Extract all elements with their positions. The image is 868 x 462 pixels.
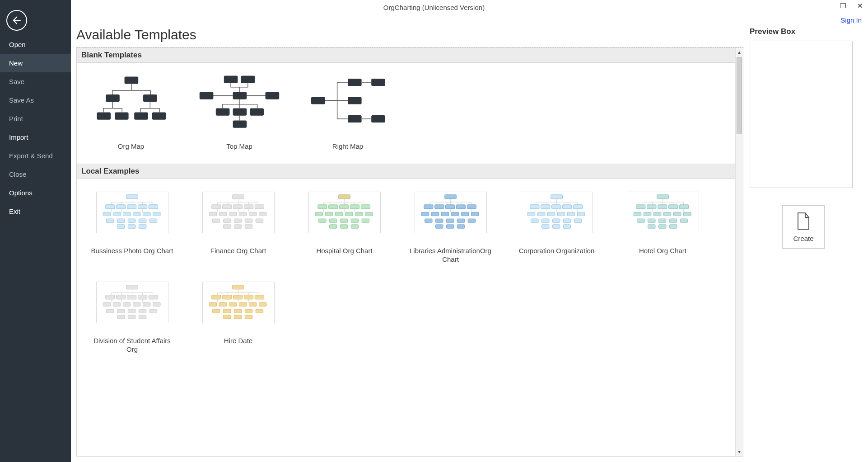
svg-rect-4 bbox=[115, 112, 129, 119]
svg-rect-36 bbox=[128, 219, 135, 222]
example-hotel-label: Hotel Org Chart bbox=[639, 247, 686, 255]
sidebar-item-print[interactable]: Print bbox=[0, 109, 71, 128]
svg-rect-6 bbox=[152, 112, 166, 119]
sidebar-item-save-as[interactable]: Save As bbox=[0, 91, 71, 109]
svg-rect-124 bbox=[647, 205, 656, 209]
example-corporation[interactable]: Corporation Organization bbox=[515, 192, 598, 264]
example-hotel[interactable]: Hotel Org Chart bbox=[621, 192, 705, 264]
svg-rect-65 bbox=[339, 205, 348, 209]
blank-templates-grid: Org Map bbox=[77, 63, 735, 164]
svg-rect-101 bbox=[457, 225, 465, 228]
svg-rect-175 bbox=[223, 309, 231, 313]
svg-rect-18 bbox=[348, 97, 362, 104]
create-label: Create bbox=[793, 235, 813, 242]
svg-rect-169 bbox=[219, 302, 227, 306]
page-title: Available Templates bbox=[76, 27, 743, 42]
examples-grid: Bussiness Photo Org Chart Finance Org Ch… bbox=[77, 179, 735, 367]
svg-rect-31 bbox=[133, 212, 140, 216]
right-map-thumb bbox=[307, 73, 388, 136]
svg-rect-171 bbox=[239, 302, 247, 306]
example-student-affairs-thumb bbox=[96, 282, 168, 323]
svg-rect-168 bbox=[209, 302, 217, 306]
blank-template-top-map[interactable]: Top Map bbox=[199, 73, 280, 151]
svg-rect-162 bbox=[233, 285, 244, 289]
svg-rect-26 bbox=[138, 205, 147, 209]
sidebar-item-open[interactable]: Open bbox=[0, 35, 71, 54]
svg-rect-181 bbox=[245, 315, 252, 319]
svg-rect-118 bbox=[574, 219, 582, 222]
svg-rect-19 bbox=[348, 115, 362, 122]
example-finance[interactable]: Finance Org Chart bbox=[196, 192, 280, 264]
svg-rect-155 bbox=[117, 309, 125, 313]
svg-rect-72 bbox=[355, 212, 363, 216]
example-hospital-thumb bbox=[308, 192, 381, 233]
blank-template-org-map[interactable]: Org Map bbox=[90, 73, 172, 151]
svg-rect-5 bbox=[134, 112, 148, 119]
svg-rect-153 bbox=[153, 302, 160, 306]
svg-rect-46 bbox=[244, 205, 253, 209]
sidebar-item-new[interactable]: New bbox=[0, 54, 71, 72]
org-map-thumb bbox=[90, 73, 172, 136]
svg-rect-122 bbox=[657, 195, 669, 199]
example-hire-date-thumb bbox=[202, 282, 275, 323]
svg-rect-106 bbox=[562, 205, 571, 209]
svg-rect-33 bbox=[153, 212, 160, 216]
svg-rect-85 bbox=[445, 205, 454, 209]
sidebar-item-import[interactable]: Import bbox=[0, 128, 71, 146]
top-map-label: Top Map bbox=[226, 142, 252, 151]
svg-rect-51 bbox=[239, 212, 247, 216]
svg-rect-138 bbox=[680, 219, 688, 222]
blank-template-right-map[interactable]: Right Map bbox=[307, 73, 388, 151]
svg-rect-56 bbox=[234, 219, 242, 222]
svg-rect-113 bbox=[577, 212, 585, 216]
svg-rect-86 bbox=[456, 205, 465, 209]
sidebar-item-options[interactable]: Options bbox=[0, 184, 71, 202]
sidebar-item-save[interactable]: Save bbox=[0, 72, 71, 91]
svg-rect-148 bbox=[103, 302, 111, 306]
scrollbar[interactable]: ▲ ▼ bbox=[735, 48, 743, 456]
svg-rect-75 bbox=[329, 219, 337, 222]
example-corporation-thumb bbox=[521, 192, 593, 233]
svg-rect-121 bbox=[563, 225, 571, 228]
preview-column: Preview Box Create bbox=[750, 27, 857, 457]
main: Available Templates Blank Templates bbox=[71, 0, 868, 462]
svg-rect-49 bbox=[219, 212, 227, 216]
example-finance-thumb bbox=[202, 192, 275, 233]
svg-rect-7 bbox=[224, 75, 238, 83]
svg-rect-63 bbox=[318, 205, 327, 209]
templates-scroll-inner[interactable]: Blank Templates bbox=[77, 48, 735, 456]
svg-rect-164 bbox=[223, 295, 232, 299]
svg-rect-105 bbox=[551, 205, 560, 209]
scroll-down-icon[interactable]: ▼ bbox=[737, 448, 742, 456]
svg-rect-11 bbox=[266, 92, 280, 99]
svg-rect-112 bbox=[567, 212, 575, 216]
svg-rect-77 bbox=[351, 219, 359, 222]
scroll-thumb[interactable] bbox=[737, 57, 742, 134]
sidebar: OpenNewSaveSave AsPrintImportExport & Se… bbox=[0, 0, 71, 462]
svg-rect-180 bbox=[234, 315, 242, 319]
create-button[interactable]: Create bbox=[782, 205, 825, 249]
example-business-photo-label: Bussiness Photo Org Chart bbox=[91, 247, 173, 255]
example-libraries[interactable]: Libraries AdministrationOrg Chart bbox=[409, 192, 492, 264]
svg-rect-53 bbox=[259, 212, 266, 216]
svg-rect-71 bbox=[345, 212, 353, 216]
svg-rect-119 bbox=[541, 225, 549, 228]
example-hire-date[interactable]: Hire Date bbox=[196, 282, 280, 354]
svg-rect-143 bbox=[106, 295, 115, 299]
svg-rect-3 bbox=[97, 112, 111, 119]
org-map-label: Org Map bbox=[118, 142, 144, 151]
svg-rect-96 bbox=[446, 219, 454, 222]
svg-rect-8 bbox=[241, 75, 255, 83]
sidebar-item-export-send[interactable]: Export & Send bbox=[0, 146, 71, 165]
svg-rect-150 bbox=[123, 302, 131, 306]
sidebar-item-exit[interactable]: Exit bbox=[0, 202, 71, 221]
svg-rect-90 bbox=[441, 212, 449, 216]
scroll-up-icon[interactable]: ▲ bbox=[737, 48, 742, 57]
sidebar-item-close[interactable]: Close bbox=[0, 165, 71, 184]
svg-rect-10 bbox=[200, 92, 214, 99]
example-student-affairs[interactable]: Division of Student Affairs Org bbox=[90, 282, 174, 354]
back-button[interactable] bbox=[6, 10, 27, 31]
example-business-photo[interactable]: Bussiness Photo Org Chart bbox=[90, 192, 174, 264]
svg-rect-93 bbox=[471, 212, 479, 216]
example-hospital[interactable]: Hospital Org Chart bbox=[303, 192, 386, 264]
